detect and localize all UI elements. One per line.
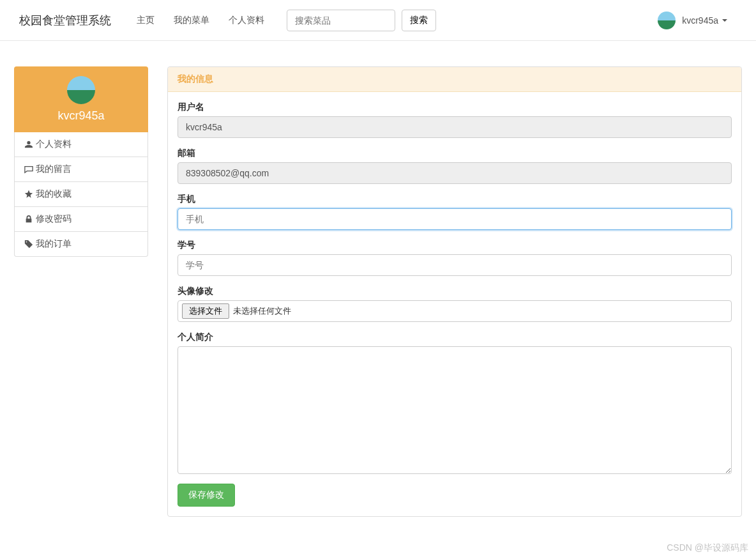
email-field xyxy=(178,162,732,184)
sidebar-item-label: 我的留言 xyxy=(36,164,72,175)
profile-panel: 我的信息 用户名 邮箱 手机 学号 xyxy=(167,66,742,517)
caret-down-icon xyxy=(722,19,727,22)
main-container: kvcr945a 个人资料 我的留言 我的收藏 修改密码 我的订单 xyxy=(4,66,752,517)
nav-profile[interactable]: 个人资料 xyxy=(229,15,264,25)
form-group-student-id: 学号 xyxy=(178,240,732,276)
search-form: 搜索 xyxy=(287,10,436,31)
panel-body: 用户名 邮箱 手机 学号 头像修改 xyxy=(168,92,741,516)
form-group-email: 邮箱 xyxy=(178,148,732,184)
student-id-field[interactable] xyxy=(178,254,732,276)
save-button[interactable]: 保存修改 xyxy=(178,484,235,507)
avatar-label: 头像修改 xyxy=(178,286,732,297)
form-group-username: 用户名 xyxy=(178,102,732,138)
username-label: 用户名 xyxy=(178,102,732,113)
navbar-username: kvcr945a xyxy=(682,15,718,26)
brand-title: 校园食堂管理系统 xyxy=(10,13,121,28)
file-input[interactable]: 选择文件 未选择任何文件 xyxy=(178,300,732,322)
sidebar-item-password[interactable]: 修改密码 xyxy=(15,207,147,231)
sidebar-item-label: 个人资料 xyxy=(36,139,72,150)
main-content: 我的信息 用户名 邮箱 手机 学号 xyxy=(167,66,742,517)
search-button[interactable]: 搜索 xyxy=(402,10,436,31)
panel-title: 我的信息 xyxy=(168,67,741,92)
nav-home[interactable]: 主页 xyxy=(137,15,155,25)
sidebar: kvcr945a 个人资料 我的留言 我的收藏 修改密码 我的订单 xyxy=(14,66,148,517)
sidebar-profile-header: kvcr945a xyxy=(14,66,148,132)
sidebar-username: kvcr945a xyxy=(24,109,139,123)
phone-field[interactable] xyxy=(178,208,732,230)
form-group-bio: 个人简介 xyxy=(178,332,732,474)
bio-field[interactable] xyxy=(178,346,732,474)
form-group-phone: 手机 xyxy=(178,194,732,230)
top-navbar: 校园食堂管理系统 主页 我的菜单 个人资料 搜索 kvcr945a xyxy=(0,0,756,41)
sidebar-item-label: 我的收藏 xyxy=(36,188,72,200)
file-choose-button[interactable]: 选择文件 xyxy=(182,303,229,319)
sidebar-menu: 个人资料 我的留言 我的收藏 修改密码 我的订单 xyxy=(14,132,148,257)
sidebar-item-label: 修改密码 xyxy=(36,213,72,225)
star-icon xyxy=(24,190,33,199)
username-field xyxy=(178,116,732,138)
email-label: 邮箱 xyxy=(178,148,732,159)
lock-icon xyxy=(24,215,33,224)
sidebar-avatar-icon xyxy=(67,76,95,104)
user-icon xyxy=(24,140,33,149)
user-dropdown[interactable]: kvcr945a xyxy=(682,15,727,26)
sidebar-item-favorites[interactable]: 我的收藏 xyxy=(15,182,147,206)
nav-links: 主页 我的菜单 个人资料 xyxy=(127,15,274,26)
file-status-text: 未选择任何文件 xyxy=(233,305,291,317)
form-group-avatar: 头像修改 选择文件 未选择任何文件 xyxy=(178,286,732,322)
sidebar-item-orders[interactable]: 我的订单 xyxy=(15,232,147,256)
nav-my-menu[interactable]: 我的菜单 xyxy=(174,15,209,25)
sidebar-item-profile[interactable]: 个人资料 xyxy=(15,132,147,157)
bio-label: 个人简介 xyxy=(178,332,732,343)
search-input[interactable] xyxy=(287,10,395,31)
user-avatar-icon xyxy=(658,11,676,29)
sidebar-item-messages[interactable]: 我的留言 xyxy=(15,157,147,181)
tag-icon xyxy=(24,240,33,249)
phone-label: 手机 xyxy=(178,194,732,205)
sidebar-item-label: 我的订单 xyxy=(36,238,72,250)
student-id-label: 学号 xyxy=(178,240,732,251)
comment-icon xyxy=(24,165,33,174)
navbar-user: kvcr945a xyxy=(658,11,746,29)
